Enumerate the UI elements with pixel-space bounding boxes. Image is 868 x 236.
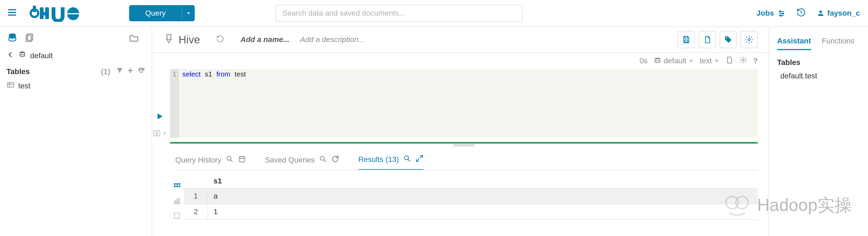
query-button[interactable]: Query [129,5,182,21]
jobs-link[interactable]: Jobs [756,9,785,18]
svg-point-11 [782,13,783,14]
top-nav: Query Jobs fayson_c [0,0,868,27]
svg-rect-7 [40,12,49,15]
tables-header: Tables (1) [0,65,152,79]
new-doc-button[interactable] [699,31,716,48]
grid-view-icon[interactable] [173,182,181,192]
tab-label: Query History [175,156,221,164]
results-header: s1 [184,174,758,189]
query-name-input[interactable]: Add a name... [240,35,289,44]
help-icon[interactable]: ? [753,57,758,65]
expand-icon[interactable] [415,154,424,164]
svg-point-37 [404,156,408,160]
calendar-icon[interactable] [238,155,246,165]
svg-point-28 [742,59,744,61]
tab-assistant[interactable]: Assistant [777,37,811,50]
refresh-icon[interactable] [137,67,145,77]
main-area: default Tables (1) test Hive Add a name.… [0,27,868,236]
svg-rect-23 [685,36,688,38]
table-row[interactable]: 21 [184,204,758,220]
editor-wrap: ▼ 1 select s1 from test [152,69,769,138]
svg-rect-47 [174,201,176,204]
sql-text[interactable]: select s1 from test [178,69,758,138]
results-table: s1 1a21 [184,174,758,222]
search-icon[interactable] [403,154,411,164]
status-format-label: text [700,57,712,65]
sql-editor[interactable]: 1 select s1 from test [170,69,758,138]
right-tabs: Assistant Functions [769,30,868,55]
row-index-header [184,174,208,188]
svg-rect-31 [239,157,245,162]
username-label: fayson_c [827,9,860,18]
filter-icon[interactable] [116,67,124,77]
tab-saved-queries[interactable]: Saved Queries [265,155,339,170]
table-row[interactable]: 1a [184,189,758,204]
history-icon[interactable] [796,7,806,19]
breadcrumb-db-name[interactable]: default [30,51,53,60]
right-body: Tables default.test [769,55,868,84]
settings-button[interactable] [741,31,758,48]
documents-icon[interactable] [24,32,35,44]
cell-value: a [208,189,223,204]
save-button[interactable] [678,31,695,48]
chart-view-icon[interactable] [173,197,181,207]
svg-rect-48 [176,200,178,204]
hue-logo[interactable] [30,5,89,22]
presentation-mode-button[interactable]: ▼ [153,130,167,138]
breadcrumb-back-icon[interactable] [6,51,14,61]
svg-rect-42 [176,183,178,185]
svg-rect-43 [179,183,180,185]
tab-results[interactable]: Results (13) [358,154,424,170]
results-wrap: s1 1a21 [152,170,769,222]
status-format-dropdown[interactable]: text ▼ [700,57,719,65]
plus-icon[interactable] [126,67,134,77]
table-item-test[interactable]: test [0,79,152,93]
svg-rect-50 [174,213,180,218]
editor-history-icon[interactable] [216,35,224,45]
tab-functions[interactable]: Functions [822,37,854,50]
hamburger-menu-icon[interactable] [3,7,22,20]
svg-line-36 [324,160,326,162]
search-icon[interactable] [319,155,327,165]
center-panel: Hive Add a name... Add a description... … [152,27,769,236]
chevron-down-icon: ▼ [688,58,694,64]
search-icon[interactable] [226,155,234,165]
cell-value: 1 [208,204,223,219]
refresh-icon[interactable] [331,155,339,165]
svg-point-27 [655,58,660,59]
svg-rect-4 [33,6,36,12]
left-sidebar: default Tables (1) test [0,27,152,236]
status-doc-icon[interactable] [725,56,733,66]
run-button[interactable] [155,112,164,123]
line-numbers: 1 [170,69,178,138]
status-db-dropdown[interactable]: default ▼ [653,57,694,65]
svg-point-29 [227,156,231,160]
nav-right: Jobs fayson_c [756,7,860,19]
tab-query-history[interactable]: Query History [175,155,246,170]
status-db-label: default [664,57,686,65]
resize-handle[interactable] [170,142,758,143]
query-desc-input[interactable]: Add a description... [300,35,365,44]
editor-status-row: 0s default ▼ text ▼ ? [152,53,769,69]
search-input[interactable] [275,5,523,22]
tag-button[interactable] [719,31,737,48]
sources-db-icon[interactable] [6,32,18,44]
svg-rect-49 [178,198,180,204]
user-menu[interactable]: fayson_c [817,9,860,18]
column-header[interactable]: s1 [208,174,227,188]
svg-rect-24 [685,40,688,42]
row-index: 2 [184,204,208,219]
search-wrap [275,5,523,22]
svg-point-35 [320,156,324,160]
status-gear-icon[interactable] [739,56,747,66]
download-icon[interactable] [173,212,181,222]
tab-label: Results (13) [358,155,399,164]
query-dropdown-button[interactable] [182,5,195,21]
row-index: 1 [184,189,208,204]
assist-table-item[interactable]: default.test [777,71,860,81]
table-icon [6,81,14,91]
tables-label: Tables [6,67,30,76]
folder-open-icon[interactable] [128,32,140,44]
results-side-toolbar [170,174,184,222]
svg-rect-45 [176,186,178,187]
